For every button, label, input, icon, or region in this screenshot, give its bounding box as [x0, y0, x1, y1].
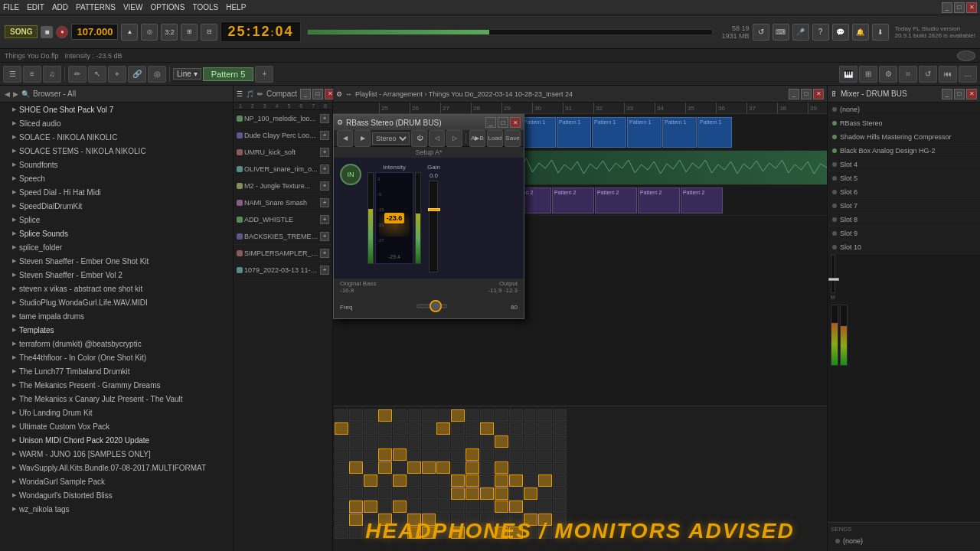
rb-mode-select[interactable]: Stereo: [372, 132, 410, 145]
step-btn[interactable]: [393, 474, 407, 487]
maximize-button[interactable]: □: [954, 2, 965, 13]
step-btn[interactable]: [407, 527, 421, 539]
step-btn[interactable]: [451, 409, 465, 422]
step-btn[interactable]: [422, 500, 436, 513]
stop-button[interactable]: ■: [41, 26, 53, 38]
step-btn[interactable]: [422, 448, 436, 461]
browser-item-4[interactable]: Soundfonts: [0, 158, 233, 171]
send-2[interactable]: (none): [831, 548, 977, 551]
step-btn[interactable]: [422, 422, 436, 435]
step-btn[interactable]: [524, 461, 537, 474]
step-btn[interactable]: [538, 527, 552, 539]
cr-maximize[interactable]: □: [312, 89, 323, 99]
pattern-block-2[interactable]: Pattern 2: [638, 187, 680, 214]
step-btn[interactable]: [378, 500, 392, 513]
mx-close[interactable]: ✕: [966, 89, 977, 99]
mixer-insert-1[interactable]: RBass Stereo: [828, 116, 980, 130]
step-btn[interactable]: [378, 461, 392, 474]
rb-save[interactable]: Save: [505, 130, 521, 147]
rb-maximize[interactable]: □: [498, 117, 508, 128]
browser-item-13[interactable]: steven x vikas - abstract one shot kit: [0, 282, 233, 295]
song-mode-btn[interactable]: SONG: [5, 25, 38, 38]
step-btn[interactable]: [393, 487, 407, 500]
menu-file[interactable]: FILE: [3, 3, 19, 11]
gain-handle[interactable]: [428, 208, 440, 211]
step-btn[interactable]: [422, 409, 436, 422]
step-btn[interactable]: [378, 514, 392, 526]
channel-add-4[interactable]: +: [320, 181, 329, 191]
step-btn[interactable]: [335, 409, 348, 422]
step-btn[interactable]: [393, 500, 407, 513]
pattern-block-2[interactable]: Pattern 2: [681, 187, 723, 214]
step-btn[interactable]: [349, 514, 363, 526]
step-btn[interactable]: [364, 514, 377, 526]
close-button[interactable]: ✕: [966, 2, 977, 13]
undo-icon[interactable]: ↺: [753, 24, 769, 41]
step-btn[interactable]: [538, 461, 552, 474]
step-btn[interactable]: [378, 448, 392, 461]
step-btn[interactable]: [451, 422, 465, 435]
step-btn[interactable]: [364, 409, 377, 422]
browser-item-24[interactable]: Unison MIDI Chord Pack 2020 Update: [0, 433, 233, 447]
step-btn[interactable]: [466, 435, 479, 448]
menu-patterns[interactable]: PATTERNS: [76, 3, 116, 11]
step-btn[interactable]: [553, 409, 567, 422]
step-btn[interactable]: [393, 527, 407, 539]
mixer-btn[interactable]: ≡: [23, 66, 41, 83]
step-btn[interactable]: [407, 409, 421, 422]
mute-tool[interactable]: ◎: [148, 66, 166, 83]
step-btn[interactable]: [466, 409, 479, 422]
keyboard-icon[interactable]: ⌨: [773, 24, 789, 41]
record-icon[interactable]: ⏮: [939, 66, 957, 83]
rb-power[interactable]: ⏻: [411, 130, 427, 147]
step-btn[interactable]: [538, 474, 552, 487]
step-btn[interactable]: [436, 461, 450, 474]
step-btn[interactable]: [393, 514, 407, 526]
step-btn[interactable]: [436, 435, 450, 448]
step-btn[interactable]: [422, 527, 436, 539]
pattern-block[interactable]: Pattern 1: [627, 117, 662, 148]
browser-item-0[interactable]: SHOE One Shot Pack Vol 7: [0, 103, 233, 116]
fader-handle[interactable]: [828, 278, 839, 281]
mixer-insert-6[interactable]: Slot 6: [828, 185, 980, 199]
browser-item-14[interactable]: StudioPlug.WondaGurl.Life.WAV.MIDI: [0, 295, 233, 309]
step-btn[interactable]: [524, 527, 537, 539]
browser-item-27[interactable]: WondaGurl Sample Pack: [0, 474, 233, 488]
loop-icon[interactable]: ↺: [919, 66, 937, 83]
channel-add-9[interactable]: +: [320, 266, 329, 275]
step-btn[interactable]: [495, 435, 508, 448]
pattern-block[interactable]: Pattern 1: [697, 117, 732, 148]
step-btn[interactable]: [436, 487, 450, 500]
snap-icon[interactable]: ⌗: [899, 66, 917, 83]
step-btn[interactable]: [349, 435, 363, 448]
browser-item-9[interactable]: Splice Sounds: [0, 227, 233, 240]
step-btn[interactable]: [495, 409, 508, 422]
step-btn[interactable]: [364, 448, 377, 461]
mixer-insert-5[interactable]: Slot 5: [828, 171, 980, 185]
browser-item-3[interactable]: SOLACE STEMS - NIKOLA NIKOLIC: [0, 144, 233, 158]
step-btn[interactable]: [553, 435, 567, 448]
channel-add-6[interactable]: +: [320, 215, 329, 224]
pattern-block[interactable]: Pattern 1: [557, 117, 591, 148]
pattern-select[interactable]: Pattern 5: [203, 67, 254, 81]
step-btn[interactable]: [335, 500, 348, 513]
channel-add-2[interactable]: +: [320, 148, 329, 157]
channel-add-1[interactable]: +: [320, 131, 329, 140]
mx-minimize[interactable]: _: [942, 89, 952, 99]
step-btn[interactable]: [393, 422, 407, 435]
menu-tools[interactable]: TOOLS: [192, 3, 218, 11]
step-btn[interactable]: [436, 448, 450, 461]
step-btn[interactable]: [466, 422, 479, 435]
progress-bar[interactable]: [307, 29, 713, 35]
browser-item-28[interactable]: Wondagurl's Distorted Bliss: [0, 488, 233, 502]
minimize-button[interactable]: _: [942, 2, 952, 13]
rb-load[interactable]: Load: [487, 130, 503, 147]
step-btn[interactable]: [538, 409, 552, 422]
step-btn[interactable]: [524, 448, 537, 461]
browser-item-25[interactable]: WARM - JUNO 106 [SAMPLES ONLY]: [0, 447, 233, 461]
menu-add[interactable]: ADD: [52, 3, 68, 11]
step-btn[interactable]: [451, 461, 465, 474]
step-btn[interactable]: [335, 422, 348, 435]
step-btn[interactable]: [509, 527, 523, 539]
step-btn[interactable]: [436, 514, 450, 526]
